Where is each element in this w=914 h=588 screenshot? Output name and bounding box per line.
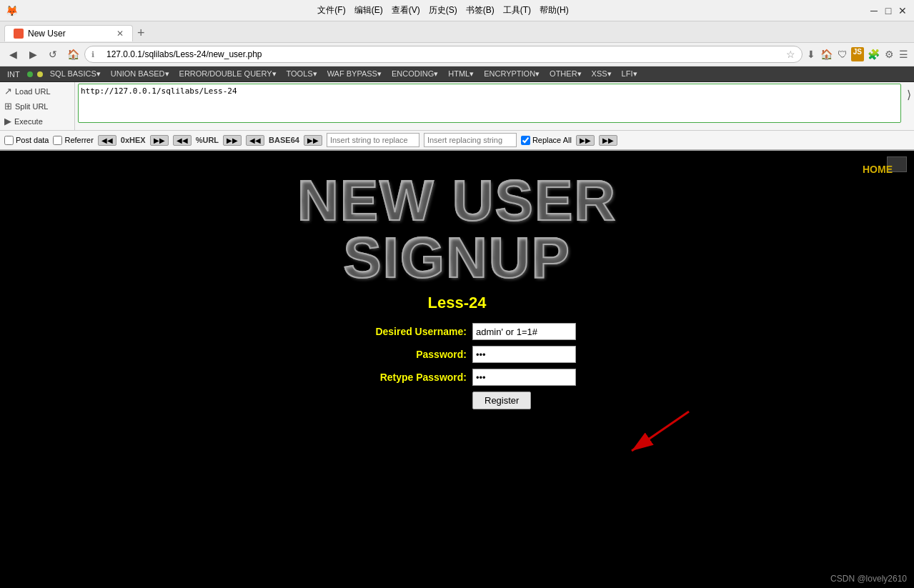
browser-window: 🦊 文件(F) 编辑(E) 查看(V) 历史(S) 书签(B) 工具(T) 帮助… (0, 0, 914, 588)
close-button[interactable]: ✕ (897, 5, 908, 16)
username-input[interactable] (472, 323, 576, 340)
url-bar-icons: ⬇ 🏠 🛡 JS 🧩 ⚙ ☰ (805, 47, 910, 61)
maximize-button[interactable]: □ (883, 5, 894, 16)
execute-label: Execute (14, 117, 43, 126)
menu-help[interactable]: 帮助(H) (540, 4, 569, 16)
split-url-label: Split URL (15, 102, 48, 111)
app-icon: 🦊 (6, 5, 18, 16)
download-icon[interactable]: ⬇ (805, 47, 817, 61)
menu-bookmarks[interactable]: 书签(B) (466, 4, 495, 16)
new-tab-button[interactable]: + (133, 24, 149, 42)
post-data-check[interactable] (4, 136, 14, 145)
hex-encode-btn[interactable]: ▶▶ (150, 135, 169, 146)
username-label: Desired Username: (338, 326, 467, 337)
refresh-button[interactable]: ↺ (44, 46, 61, 63)
hex-decode-btn[interactable]: ◀◀ (98, 135, 116, 146)
tab-close-button[interactable]: ✕ (116, 29, 124, 39)
insert-string-input[interactable] (327, 133, 419, 147)
load-url-btn[interactable]: ↗ Load URL (0, 84, 74, 99)
less-label: Less-24 (428, 294, 487, 312)
username-row: Desired Username: (338, 323, 576, 340)
base64-encode-btn[interactable]: ▶▶ (304, 135, 322, 146)
url-input[interactable] (84, 46, 803, 63)
replace-all-btn[interactable]: ▶▶ (599, 135, 617, 146)
insert-replacing-input[interactable] (424, 133, 517, 147)
ext-xss-btn[interactable]: XSS▾ (587, 68, 616, 80)
post-data-label: Post data (16, 136, 49, 144)
ext-encoding-btn[interactable]: ENCODING▾ (387, 68, 442, 80)
menu-history[interactable]: 历史(S) (429, 4, 457, 16)
referrer-label: Referrer (64, 136, 93, 144)
lock-icon: ℹ (91, 50, 94, 59)
url-encode-btn[interactable]: ▶▶ (223, 135, 242, 146)
ext-sql-basics-btn[interactable]: SQL BASICS▾ (46, 68, 105, 80)
browser-tab[interactable]: New User ✕ (4, 25, 133, 41)
extension-icon[interactable]: ⚙ (883, 47, 895, 61)
execute-icon: ▶ (4, 116, 11, 126)
title-line1: NEW USER (297, 172, 617, 229)
url-bar-container: ℹ ☆ (84, 46, 803, 63)
url-decode-btn[interactable]: ◀◀ (173, 135, 192, 146)
expand-icon[interactable]: ⟩ (907, 88, 911, 101)
sqli-url-area: http://127.0.0.1/sqlilabs/Less-24 (75, 82, 904, 130)
retype-label: Retype Password: (338, 372, 467, 383)
ext-error-btn[interactable]: ERROR/DOUBLE QUERY▾ (175, 68, 281, 80)
sqli-row: ↗ Load URL ⊞ Split URL ▶ Execute http://… (0, 82, 914, 131)
svg-line-1 (632, 412, 689, 451)
post-data-checkbox[interactable]: Post data (4, 136, 49, 145)
ext-html-btn[interactable]: HTML▾ (444, 68, 478, 80)
content-area: HOME NEW USER SIGNUP Less-24 Desired Use… (0, 151, 914, 588)
sqli-sidebar: ↗ Load URL ⊞ Split URL ▶ Execute (0, 82, 75, 130)
home-link[interactable]: HOME (863, 164, 893, 175)
replace-all-checkbox[interactable]: Replace All (521, 136, 572, 145)
register-row: Register (338, 392, 531, 409)
menu-edit[interactable]: 编辑(E) (354, 4, 383, 16)
js-badge[interactable]: JS (851, 47, 864, 61)
ext-encryption-btn[interactable]: ENCRYPTION▾ (480, 68, 544, 80)
puzzle-icon[interactable]: 🧩 (866, 47, 881, 61)
tab-bar: New User ✕ + (0, 21, 914, 43)
title-bar-controls: ─ □ ✕ (868, 5, 908, 16)
signup-form: Desired Username: Password: Retype Passw… (338, 323, 576, 409)
bookmark-icon[interactable]: ☆ (786, 49, 795, 60)
main-title: NEW USER SIGNUP (297, 172, 617, 286)
base64-label: BASE64 (269, 136, 299, 144)
tab-favicon (14, 29, 24, 39)
minimize-button[interactable]: ─ (868, 5, 880, 16)
menu-tools[interactable]: 工具(T) (503, 4, 531, 16)
title-bar-menu: 文件(F) 编辑(E) 查看(V) 历史(S) 书签(B) 工具(T) 帮助(H… (317, 4, 568, 16)
load-icon: ↗ (4, 86, 12, 96)
forward-button[interactable]: ▶ (24, 46, 41, 63)
back-button[interactable]: ◀ (4, 46, 21, 63)
ext-other-btn[interactable]: OTHER▾ (545, 68, 586, 80)
ext-tools-btn[interactable]: TOOLS▾ (282, 68, 322, 80)
url-label: %URL (196, 136, 219, 144)
password-input[interactable] (472, 346, 576, 363)
shield-icon: 🛡 (836, 47, 849, 61)
execute-btn[interactable]: ▶ Execute (0, 114, 74, 129)
base64-decode-btn[interactable]: ◀◀ (246, 135, 264, 146)
menu-icon[interactable]: ☰ (898, 47, 910, 61)
sqli-url-textarea[interactable]: http://127.0.0.1/sqlilabs/Less-24 (78, 84, 901, 123)
register-button[interactable]: Register (472, 392, 531, 409)
yellow-dot (37, 71, 43, 77)
retype-input[interactable] (472, 369, 576, 386)
ext-int-btn[interactable]: INT (3, 69, 24, 80)
replace-all-check[interactable] (521, 136, 530, 145)
ext-union-btn[interactable]: UNION BASED▾ (106, 68, 174, 80)
home-nav-button[interactable]: 🏠 (64, 46, 81, 63)
menu-view[interactable]: 查看(V) (392, 4, 420, 16)
password-row: Password: (338, 346, 576, 363)
replace-all-label: Replace All (532, 136, 572, 144)
nav-bar: ◀ ▶ ↺ 🏠 ℹ ☆ ⬇ 🏠 🛡 JS 🧩 ⚙ ☰ (0, 43, 914, 66)
home-icon2[interactable]: 🏠 (819, 47, 834, 61)
ext-lfi-btn[interactable]: LFI▾ (617, 68, 642, 80)
referrer-checkbox[interactable]: Referrer (53, 136, 93, 145)
referrer-check[interactable] (53, 136, 62, 145)
split-url-btn[interactable]: ⊞ Split URL (0, 99, 74, 114)
replace-action-btn[interactable]: ▶▶ (576, 135, 595, 146)
ext-waf-btn[interactable]: WAF BYPASS▾ (323, 68, 386, 80)
title-bar: 🦊 文件(F) 编辑(E) 查看(V) 历史(S) 书签(B) 工具(T) 帮助… (0, 0, 914, 21)
top-right-icons: HOME (887, 156, 907, 172)
menu-file[interactable]: 文件(F) (317, 4, 345, 16)
